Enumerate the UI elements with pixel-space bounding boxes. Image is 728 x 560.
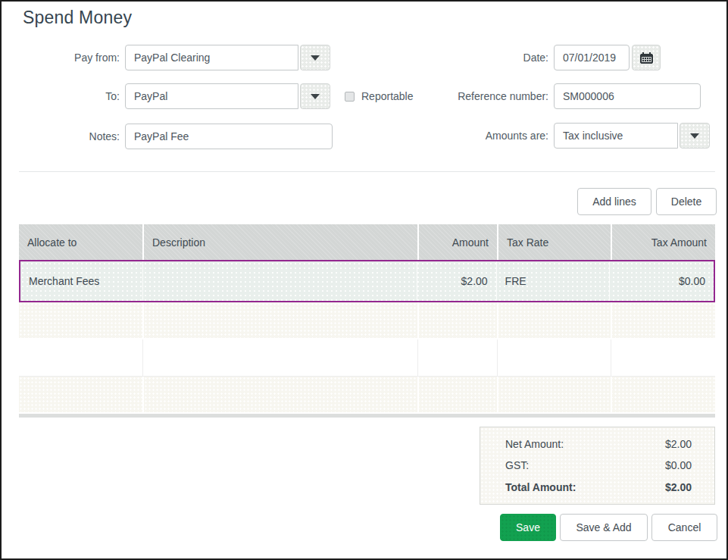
reference-number-row: Reference number:	[409, 83, 701, 109]
column-header-amount: Amount	[417, 224, 497, 260]
pay-from-combo	[125, 45, 330, 70]
notes-input[interactable]	[125, 124, 333, 149]
table-row-empty[interactable]	[19, 339, 715, 377]
totals-summary: Net Amount: $2.00 GST: $0.00 Total Amoun…	[480, 427, 715, 505]
gst-label: GST:	[505, 459, 529, 471]
column-header-tax-rate: Tax Rate	[497, 224, 611, 260]
pay-from-label: Pay from:	[0, 52, 125, 64]
amounts-are-combo	[554, 123, 710, 149]
table-header-row: Allocate to Description Amount Tax Rate …	[19, 224, 715, 260]
table-row-selected[interactable]: Merchant Fees $2.00 FRE $0.00	[19, 260, 715, 302]
page-title: Spend Money	[23, 8, 132, 28]
reference-number-label: Reference number:	[409, 90, 554, 102]
reference-number-input[interactable]	[554, 83, 701, 109]
gst-value: $0.00	[665, 459, 692, 471]
notes-row: Notes:	[0, 124, 333, 149]
column-header-allocate-to: Allocate to	[19, 224, 142, 260]
cell-description[interactable]	[142, 261, 417, 301]
amounts-are-row: Amounts are:	[409, 123, 710, 149]
column-header-tax-amount: Tax Amount	[611, 224, 715, 260]
to-dropdown-button[interactable]	[300, 83, 330, 109]
total-amount-value: $2.00	[665, 481, 692, 493]
date-label: Date:	[409, 52, 554, 64]
to-combo	[125, 83, 330, 109]
amounts-are-dropdown-button[interactable]	[680, 123, 710, 149]
pay-from-row: Pay from:	[0, 45, 330, 70]
cell-tax-amount[interactable]: $0.00	[609, 261, 714, 301]
net-amount-label: Net Amount:	[505, 438, 564, 450]
reportable-field: Reportable	[345, 90, 414, 102]
section-divider	[19, 171, 715, 172]
allocation-table: Allocate to Description Amount Tax Rate …	[19, 224, 715, 418]
calendar-icon	[640, 52, 653, 64]
cancel-button[interactable]: Cancel	[651, 514, 717, 541]
save-button[interactable]: Save	[500, 514, 556, 541]
add-lines-button[interactable]: Add lines	[577, 188, 651, 215]
net-amount-row: Net Amount: $2.00	[505, 438, 692, 450]
net-amount-value: $2.00	[665, 438, 692, 450]
column-header-description: Description	[142, 224, 417, 260]
table-scrollbar-track[interactable]	[19, 414, 715, 418]
amounts-are-input[interactable]	[554, 123, 678, 149]
pay-from-dropdown-button[interactable]	[300, 45, 330, 70]
pay-from-input[interactable]	[125, 45, 298, 70]
cell-allocate-to[interactable]: Merchant Fees	[20, 261, 142, 301]
table-row-empty[interactable]	[19, 302, 715, 339]
total-amount-label: Total Amount:	[505, 481, 576, 493]
to-input[interactable]	[125, 83, 298, 109]
to-row: To:	[0, 83, 330, 109]
date-input[interactable]	[554, 45, 630, 70]
reportable-label: Reportable	[361, 90, 414, 102]
cell-tax-rate[interactable]: FRE	[496, 261, 610, 301]
date-picker-button[interactable]	[632, 45, 661, 70]
table-row-empty[interactable]	[19, 377, 715, 414]
chevron-down-icon	[311, 55, 320, 61]
chevron-down-icon	[690, 133, 699, 139]
date-row: Date:	[409, 45, 661, 70]
to-label: To:	[0, 90, 125, 102]
notes-label: Notes:	[0, 130, 125, 142]
reportable-checkbox[interactable]	[345, 92, 355, 102]
cell-amount[interactable]: $2.00	[417, 261, 496, 301]
save-and-add-button[interactable]: Save & Add	[560, 514, 648, 541]
chevron-down-icon	[311, 94, 320, 99]
amounts-are-label: Amounts are:	[409, 130, 554, 142]
delete-button[interactable]: Delete	[656, 188, 717, 215]
total-amount-row: Total Amount: $2.00	[505, 481, 692, 493]
gst-row: GST: $0.00	[505, 459, 692, 471]
